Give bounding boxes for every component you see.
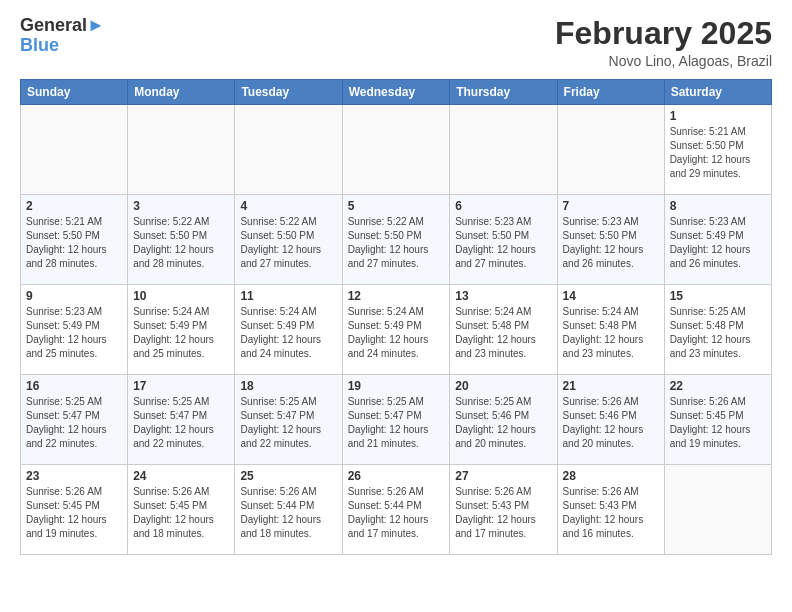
day-info: Sunrise: 5:23 AM Sunset: 5:49 PM Dayligh… <box>26 305 122 361</box>
day-number: 20 <box>455 379 551 393</box>
calendar-cell <box>450 105 557 195</box>
day-number: 25 <box>240 469 336 483</box>
calendar-header-sunday: Sunday <box>21 80 128 105</box>
calendar-cell: 4Sunrise: 5:22 AM Sunset: 5:50 PM Daylig… <box>235 195 342 285</box>
day-number: 11 <box>240 289 336 303</box>
calendar-header-row: SundayMondayTuesdayWednesdayThursdayFrid… <box>21 80 772 105</box>
day-info: Sunrise: 5:22 AM Sunset: 5:50 PM Dayligh… <box>240 215 336 271</box>
calendar-header-thursday: Thursday <box>450 80 557 105</box>
calendar-cell: 16Sunrise: 5:25 AM Sunset: 5:47 PM Dayli… <box>21 375 128 465</box>
calendar-cell: 18Sunrise: 5:25 AM Sunset: 5:47 PM Dayli… <box>235 375 342 465</box>
calendar-week-row: 23Sunrise: 5:26 AM Sunset: 5:45 PM Dayli… <box>21 465 772 555</box>
logo: General► Blue <box>20 16 105 56</box>
day-number: 18 <box>240 379 336 393</box>
calendar-cell: 14Sunrise: 5:24 AM Sunset: 5:48 PM Dayli… <box>557 285 664 375</box>
day-number: 27 <box>455 469 551 483</box>
day-info: Sunrise: 5:26 AM Sunset: 5:43 PM Dayligh… <box>563 485 659 541</box>
day-number: 17 <box>133 379 229 393</box>
day-number: 21 <box>563 379 659 393</box>
calendar-cell <box>235 105 342 195</box>
day-number: 12 <box>348 289 445 303</box>
day-info: Sunrise: 5:22 AM Sunset: 5:50 PM Dayligh… <box>348 215 445 271</box>
calendar-cell: 28Sunrise: 5:26 AM Sunset: 5:43 PM Dayli… <box>557 465 664 555</box>
calendar-cell: 21Sunrise: 5:26 AM Sunset: 5:46 PM Dayli… <box>557 375 664 465</box>
calendar-cell: 19Sunrise: 5:25 AM Sunset: 5:47 PM Dayli… <box>342 375 450 465</box>
calendar-cell: 17Sunrise: 5:25 AM Sunset: 5:47 PM Dayli… <box>128 375 235 465</box>
day-info: Sunrise: 5:25 AM Sunset: 5:47 PM Dayligh… <box>348 395 445 451</box>
calendar-cell <box>128 105 235 195</box>
calendar-header-wednesday: Wednesday <box>342 80 450 105</box>
calendar-header-monday: Monday <box>128 80 235 105</box>
day-number: 3 <box>133 199 229 213</box>
calendar-cell: 15Sunrise: 5:25 AM Sunset: 5:48 PM Dayli… <box>664 285 771 375</box>
day-number: 23 <box>26 469 122 483</box>
calendar-cell <box>664 465 771 555</box>
day-number: 15 <box>670 289 766 303</box>
day-info: Sunrise: 5:22 AM Sunset: 5:50 PM Dayligh… <box>133 215 229 271</box>
calendar-cell <box>21 105 128 195</box>
day-info: Sunrise: 5:24 AM Sunset: 5:49 PM Dayligh… <box>133 305 229 361</box>
day-info: Sunrise: 5:25 AM Sunset: 5:47 PM Dayligh… <box>133 395 229 451</box>
calendar-week-row: 16Sunrise: 5:25 AM Sunset: 5:47 PM Dayli… <box>21 375 772 465</box>
day-number: 16 <box>26 379 122 393</box>
day-info: Sunrise: 5:24 AM Sunset: 5:49 PM Dayligh… <box>240 305 336 361</box>
day-info: Sunrise: 5:25 AM Sunset: 5:46 PM Dayligh… <box>455 395 551 451</box>
calendar-cell: 26Sunrise: 5:26 AM Sunset: 5:44 PM Dayli… <box>342 465 450 555</box>
calendar-cell: 20Sunrise: 5:25 AM Sunset: 5:46 PM Dayli… <box>450 375 557 465</box>
day-info: Sunrise: 5:25 AM Sunset: 5:48 PM Dayligh… <box>670 305 766 361</box>
calendar-cell: 6Sunrise: 5:23 AM Sunset: 5:50 PM Daylig… <box>450 195 557 285</box>
calendar-week-row: 2Sunrise: 5:21 AM Sunset: 5:50 PM Daylig… <box>21 195 772 285</box>
day-number: 14 <box>563 289 659 303</box>
day-number: 9 <box>26 289 122 303</box>
day-info: Sunrise: 5:25 AM Sunset: 5:47 PM Dayligh… <box>26 395 122 451</box>
calendar-cell: 5Sunrise: 5:22 AM Sunset: 5:50 PM Daylig… <box>342 195 450 285</box>
calendar-cell <box>342 105 450 195</box>
day-info: Sunrise: 5:24 AM Sunset: 5:48 PM Dayligh… <box>455 305 551 361</box>
calendar-cell: 27Sunrise: 5:26 AM Sunset: 5:43 PM Dayli… <box>450 465 557 555</box>
calendar-week-row: 1Sunrise: 5:21 AM Sunset: 5:50 PM Daylig… <box>21 105 772 195</box>
calendar-cell: 8Sunrise: 5:23 AM Sunset: 5:49 PM Daylig… <box>664 195 771 285</box>
day-info: Sunrise: 5:23 AM Sunset: 5:50 PM Dayligh… <box>455 215 551 271</box>
calendar-cell: 13Sunrise: 5:24 AM Sunset: 5:48 PM Dayli… <box>450 285 557 375</box>
day-info: Sunrise: 5:26 AM Sunset: 5:43 PM Dayligh… <box>455 485 551 541</box>
calendar-cell: 7Sunrise: 5:23 AM Sunset: 5:50 PM Daylig… <box>557 195 664 285</box>
day-info: Sunrise: 5:26 AM Sunset: 5:45 PM Dayligh… <box>670 395 766 451</box>
calendar-cell: 24Sunrise: 5:26 AM Sunset: 5:45 PM Dayli… <box>128 465 235 555</box>
day-number: 22 <box>670 379 766 393</box>
day-info: Sunrise: 5:21 AM Sunset: 5:50 PM Dayligh… <box>670 125 766 181</box>
calendar-cell: 3Sunrise: 5:22 AM Sunset: 5:50 PM Daylig… <box>128 195 235 285</box>
day-info: Sunrise: 5:26 AM Sunset: 5:44 PM Dayligh… <box>348 485 445 541</box>
day-info: Sunrise: 5:25 AM Sunset: 5:47 PM Dayligh… <box>240 395 336 451</box>
day-number: 24 <box>133 469 229 483</box>
day-number: 19 <box>348 379 445 393</box>
calendar-cell: 12Sunrise: 5:24 AM Sunset: 5:49 PM Dayli… <box>342 285 450 375</box>
calendar-cell: 25Sunrise: 5:26 AM Sunset: 5:44 PM Dayli… <box>235 465 342 555</box>
calendar-week-row: 9Sunrise: 5:23 AM Sunset: 5:49 PM Daylig… <box>21 285 772 375</box>
calendar-cell: 10Sunrise: 5:24 AM Sunset: 5:49 PM Dayli… <box>128 285 235 375</box>
page: General► Blue February 2025 Novo Lino, A… <box>0 0 792 571</box>
calendar-cell: 23Sunrise: 5:26 AM Sunset: 5:45 PM Dayli… <box>21 465 128 555</box>
day-number: 8 <box>670 199 766 213</box>
calendar-cell <box>557 105 664 195</box>
day-info: Sunrise: 5:23 AM Sunset: 5:49 PM Dayligh… <box>670 215 766 271</box>
calendar: SundayMondayTuesdayWednesdayThursdayFrid… <box>20 79 772 555</box>
day-info: Sunrise: 5:26 AM Sunset: 5:44 PM Dayligh… <box>240 485 336 541</box>
day-info: Sunrise: 5:21 AM Sunset: 5:50 PM Dayligh… <box>26 215 122 271</box>
calendar-cell: 22Sunrise: 5:26 AM Sunset: 5:45 PM Dayli… <box>664 375 771 465</box>
day-number: 26 <box>348 469 445 483</box>
day-info: Sunrise: 5:24 AM Sunset: 5:49 PM Dayligh… <box>348 305 445 361</box>
day-number: 5 <box>348 199 445 213</box>
calendar-cell: 11Sunrise: 5:24 AM Sunset: 5:49 PM Dayli… <box>235 285 342 375</box>
calendar-header-tuesday: Tuesday <box>235 80 342 105</box>
subtitle: Novo Lino, Alagoas, Brazil <box>555 53 772 69</box>
day-info: Sunrise: 5:24 AM Sunset: 5:48 PM Dayligh… <box>563 305 659 361</box>
calendar-header-friday: Friday <box>557 80 664 105</box>
calendar-cell: 1Sunrise: 5:21 AM Sunset: 5:50 PM Daylig… <box>664 105 771 195</box>
day-info: Sunrise: 5:26 AM Sunset: 5:46 PM Dayligh… <box>563 395 659 451</box>
day-number: 4 <box>240 199 336 213</box>
calendar-cell: 2Sunrise: 5:21 AM Sunset: 5:50 PM Daylig… <box>21 195 128 285</box>
day-info: Sunrise: 5:23 AM Sunset: 5:50 PM Dayligh… <box>563 215 659 271</box>
day-number: 28 <box>563 469 659 483</box>
day-number: 6 <box>455 199 551 213</box>
day-number: 1 <box>670 109 766 123</box>
